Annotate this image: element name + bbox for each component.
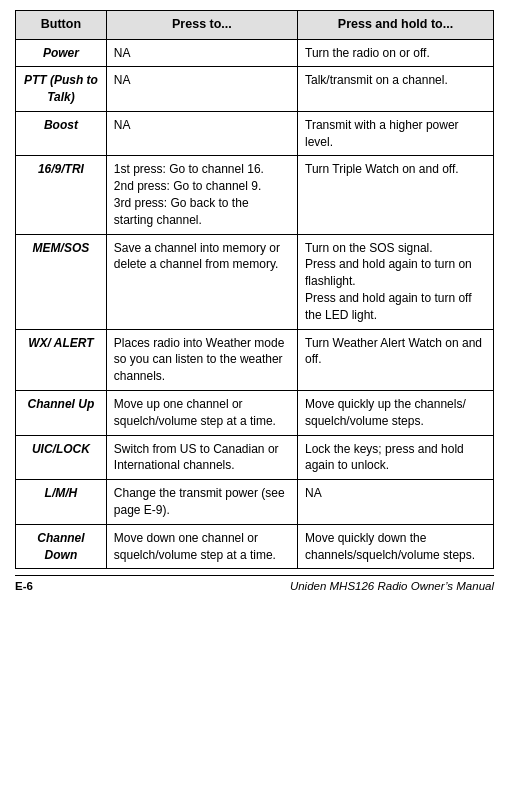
table-row-press: NA: [106, 39, 297, 67]
table-row-press: Places radio into Weather mode so you ca…: [106, 329, 297, 390]
table-row-press: Change the transmit power (see page E-9)…: [106, 480, 297, 525]
table-row-hold: NA: [298, 480, 494, 525]
main-table: Button Press to... Press and hold to... …: [15, 10, 494, 569]
table-row-hold: Turn Weather Alert Watch on and off.: [298, 329, 494, 390]
table-row-hold: Talk/transmit on a channel.: [298, 67, 494, 112]
table-row-hold: Turn Triple Watch on and off.: [298, 156, 494, 234]
table-row-press: 1st press: Go to channel 16.2nd press: G…: [106, 156, 297, 234]
table-row-button: Power: [16, 39, 107, 67]
table-row-press: Save a channel into memory or delete a c…: [106, 234, 297, 329]
table-row-button: Boost: [16, 111, 107, 156]
table-row-button: UIC/LOCK: [16, 435, 107, 480]
table-row-button: PTT (Push to Talk): [16, 67, 107, 112]
footer-page: E-6: [15, 580, 33, 592]
footer-title: Uniden MHS126 Radio Owner’s Manual: [290, 580, 494, 592]
table-row-hold: Lock the keys; press and hold again to u…: [298, 435, 494, 480]
col-header-button: Button: [16, 11, 107, 40]
table-row-press: Move down one channel or squelch/volume …: [106, 524, 297, 569]
table-row-hold: Turn the radio on or off.: [298, 39, 494, 67]
table-row-hold: Transmit with a higher power level.: [298, 111, 494, 156]
table-row-button: L/M/H: [16, 480, 107, 525]
table-row-hold: Turn on the SOS signal.Press and hold ag…: [298, 234, 494, 329]
table-row-button: MEM/SOS: [16, 234, 107, 329]
table-row-press: NA: [106, 111, 297, 156]
table-row-button: Channel Down: [16, 524, 107, 569]
table-row-hold: Move quickly up the channels/ squelch/vo…: [298, 391, 494, 436]
col-header-hold: Press and hold to...: [298, 11, 494, 40]
footer: E-6 Uniden MHS126 Radio Owner’s Manual: [15, 575, 494, 592]
table-row-button: WX/ ALERT: [16, 329, 107, 390]
table-row-press: Move up one channel or squelch/volume st…: [106, 391, 297, 436]
col-header-press: Press to...: [106, 11, 297, 40]
table-row-press: NA: [106, 67, 297, 112]
table-row-hold: Move quickly down the channels/squelch/v…: [298, 524, 494, 569]
table-row-press: Switch from US to Canadian or Internatio…: [106, 435, 297, 480]
table-row-button: 16/9/TRI: [16, 156, 107, 234]
table-row-button: Channel Up: [16, 391, 107, 436]
